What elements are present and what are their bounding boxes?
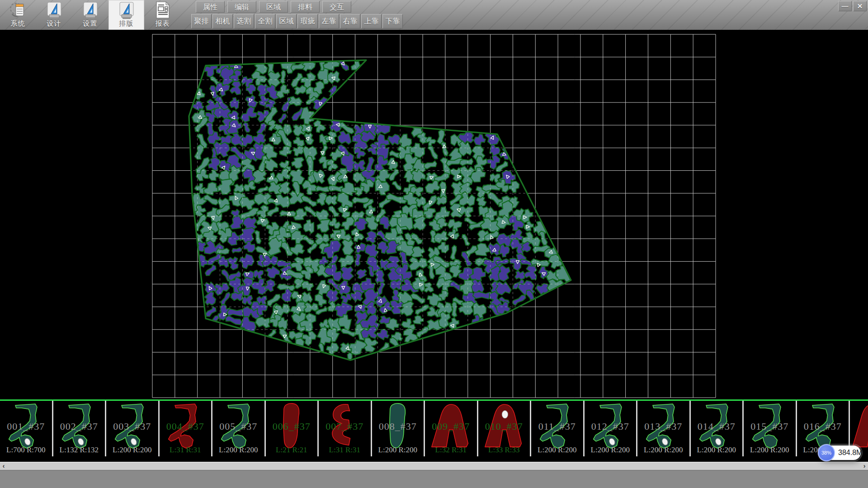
piece-lr-label: L:21 R:21 bbox=[266, 446, 318, 455]
main-button-nesting-ruler[interactable]: 排版 bbox=[108, 0, 144, 30]
scroll-right-arrow-icon[interactable]: › bbox=[861, 462, 868, 470]
piece-thumbnail-013_#37[interactable]: 013_#37L:200 R:200 bbox=[637, 401, 691, 456]
tool-button-4[interactable]: 区域 bbox=[276, 14, 297, 28]
minimize-button[interactable]: — bbox=[838, 1, 852, 11]
piece-lr-label: L:31 R:31 bbox=[160, 446, 212, 455]
piece-id-label: 002_#37 bbox=[53, 421, 105, 432]
piece-lr-label: L:31 R:31 bbox=[319, 446, 371, 455]
main-button-label: 设置 bbox=[72, 19, 108, 28]
menu-tab-4[interactable]: 交互 bbox=[322, 1, 351, 13]
piece-thumbnail-015_#37[interactable]: 015_#37L:200 R:200 bbox=[744, 401, 797, 456]
piece-thumbnail-014_#37[interactable]: 014_#37L:200 R:200 bbox=[691, 401, 744, 456]
piece-lr-label: L:32 R:31 bbox=[425, 446, 477, 455]
status-bar bbox=[0, 470, 868, 488]
usage-percent-circle: 38% bbox=[818, 444, 835, 461]
usage-size-label: 384.8M bbox=[838, 446, 862, 460]
main-button-settings-ruler[interactable]: 设置 bbox=[72, 0, 108, 30]
system-gear-icon bbox=[9, 1, 27, 19]
piece-thumbnail-004_#37[interactable]: 004_#37L:31 R:31 bbox=[160, 401, 213, 456]
application-window: 系统设计设置排版报表 属性编辑区域排料交互 聚排相机选割全割区域瑕疵左靠右靠上靠… bbox=[0, 0, 868, 488]
piece-id-label: 003_#37 bbox=[106, 421, 158, 432]
piece-thumbnail-006_#37[interactable]: 006_#37L:21 R:21 bbox=[266, 401, 319, 456]
piece-lr-label: L:33 R:33 bbox=[478, 446, 530, 455]
horizontal-scrollbar[interactable]: ‹ › bbox=[0, 462, 868, 470]
settings-ruler-icon bbox=[82, 1, 99, 19]
tool-button-5[interactable]: 瑕疵 bbox=[297, 14, 318, 28]
piece-id-label: 014_#37 bbox=[691, 421, 743, 432]
usage-badge: 38% 384.8M bbox=[819, 446, 861, 460]
tool-button-0[interactable]: 聚排 bbox=[191, 14, 212, 28]
menu-tab-3[interactable]: 排料 bbox=[291, 1, 320, 13]
piece-thumbnail-011_#37[interactable]: 011_#37L:200 R:200 bbox=[531, 401, 585, 456]
main-button-label: 系统 bbox=[0, 19, 36, 28]
piece-lr-label: L:200 R:200 bbox=[637, 446, 689, 455]
piece-thumbnail-007_#37[interactable]: 007_#37L:31 R:31 bbox=[319, 401, 372, 456]
piece-lr-label: L:200 R:200 bbox=[585, 446, 637, 455]
piece-id-label: 015_#37 bbox=[744, 421, 796, 432]
piece-thumbnail-003_#37[interactable]: 003_#37L:200 R:200 bbox=[106, 401, 160, 456]
piece-thumbnail-010_#37[interactable]: 010_#37L:33 R:33 bbox=[478, 401, 532, 456]
piece-lr-label: L:200 R:200 bbox=[744, 446, 796, 455]
scroll-left-arrow-icon[interactable]: ‹ bbox=[0, 462, 7, 470]
main-button-label: 设计 bbox=[36, 19, 72, 28]
piece-lr-label: L:132 R:132 bbox=[53, 446, 105, 455]
piece-id-label: 010_#37 bbox=[478, 421, 530, 432]
piece-lr-label: L:700 R:700 bbox=[0, 446, 52, 455]
piece-lr-label: L:200 R:200 bbox=[531, 446, 583, 455]
piece-id-label: 013_#37 bbox=[637, 421, 689, 432]
piece-id-label: 008_#37 bbox=[372, 421, 424, 432]
tool-button-6[interactable]: 左靠 bbox=[319, 14, 339, 28]
report-document-icon bbox=[154, 1, 171, 19]
piece-id-label: 016_#37 bbox=[797, 421, 849, 432]
main-button-design-ruler[interactable]: 设计 bbox=[36, 0, 72, 30]
main-button-label: 报表 bbox=[145, 19, 180, 28]
design-ruler-icon bbox=[46, 1, 63, 19]
main-button-label: 排版 bbox=[108, 19, 144, 28]
piece-thumbnail-009_#37[interactable]: 009_#37L:32 R:31 bbox=[425, 401, 478, 456]
nesting-canvas[interactable] bbox=[0, 30, 868, 399]
tool-button-9[interactable]: 下靠 bbox=[382, 14, 403, 28]
tool-button-8[interactable]: 上靠 bbox=[361, 14, 382, 28]
piece-id-label: 005_#37 bbox=[212, 421, 264, 432]
piece-thumbnail-008_#37[interactable]: 008_#37L:200 R:200 bbox=[372, 401, 425, 456]
tool-button-7[interactable]: 右靠 bbox=[340, 14, 360, 28]
pieces-thumbnail-strip: 001_#37L:700 R:700002_#37L:132 R:132003_… bbox=[0, 399, 868, 456]
toolbar: 系统设计设置排版报表 属性编辑区域排料交互 聚排相机选割全割区域瑕疵左靠右靠上靠… bbox=[0, 0, 868, 30]
piece-id-label: 006_#37 bbox=[266, 421, 318, 432]
piece-lr-label: L:200 R:200 bbox=[691, 446, 743, 455]
menu-tab-2[interactable]: 区域 bbox=[259, 1, 288, 13]
piece-lr-label: L:200 R:200 bbox=[372, 446, 424, 455]
piece-id-label: 001_#37 bbox=[0, 421, 52, 432]
tool-button-1[interactable]: 相机 bbox=[212, 14, 233, 28]
piece-lr-label: L:200 R:200 bbox=[106, 446, 158, 455]
nesting-ruler-icon bbox=[118, 1, 135, 19]
main-button-system-gear[interactable]: 系统 bbox=[0, 0, 36, 30]
tool-button-3[interactable]: 全割 bbox=[255, 14, 275, 28]
close-button[interactable]: ✕ bbox=[853, 1, 867, 11]
piece-thumbnail-012_#37[interactable]: 012_#37L:200 R:200 bbox=[585, 401, 638, 456]
piece-id-label: 012_#37 bbox=[585, 421, 637, 432]
main-button-report-document[interactable]: 报表 bbox=[145, 0, 180, 30]
menu-tab-0[interactable]: 属性 bbox=[196, 1, 225, 13]
piece-thumbnail-001_#37[interactable]: 001_#37L:700 R:700 bbox=[0, 401, 53, 456]
piece-thumbnail-002_#37[interactable]: 002_#37L:132 R:132 bbox=[53, 401, 107, 456]
piece-id-label: 009_#37 bbox=[425, 421, 477, 432]
piece-id-label: 007_#37 bbox=[319, 421, 371, 432]
piece-lr-label: L:200 R:200 bbox=[212, 446, 264, 455]
piece-id-label: 011_#37 bbox=[531, 421, 583, 432]
menu-tab-1[interactable]: 编辑 bbox=[227, 1, 256, 13]
tool-button-2[interactable]: 选割 bbox=[234, 14, 254, 28]
piece-id-label: 004_#37 bbox=[160, 421, 212, 432]
piece-thumbnail-005_#37[interactable]: 005_#37L:200 R:200 bbox=[212, 401, 266, 456]
